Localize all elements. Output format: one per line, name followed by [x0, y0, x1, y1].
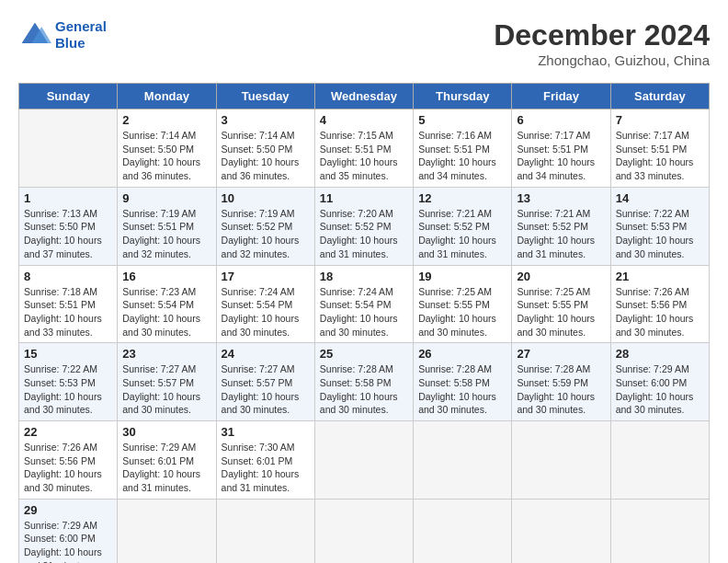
day-number: 22 [24, 425, 112, 439]
table-row: 30 Sunrise: 7:29 AM Sunset: 6:01 PM Dayl… [118, 421, 216, 500]
table-row: 4 Sunrise: 7:15 AM Sunset: 5:51 PM Dayli… [314, 109, 413, 188]
logo-icon [18, 18, 51, 52]
logo-blue: Blue [55, 35, 85, 51]
day-info: Sunrise: 7:17 AM Sunset: 5:51 PM Dayligh… [616, 129, 704, 183]
table-row [314, 499, 413, 563]
main-title: December 2024 [494, 18, 710, 52]
day-info: Sunrise: 7:29 AM Sunset: 6:00 PM Dayligh… [24, 519, 112, 563]
day-info: Sunrise: 7:26 AM Sunset: 5:56 PM Dayligh… [616, 285, 704, 339]
calendar-row: 2 Sunrise: 7:14 AM Sunset: 5:50 PM Dayli… [19, 109, 710, 188]
table-row: 28 Sunrise: 7:29 AM Sunset: 6:00 PM Dayl… [610, 343, 709, 421]
table-row: 1 Sunrise: 7:13 AM Sunset: 5:50 PM Dayli… [19, 187, 118, 265]
table-row: 11 Sunrise: 7:20 AM Sunset: 5:52 PM Dayl… [314, 187, 413, 265]
day-info: Sunrise: 7:24 AM Sunset: 5:54 PM Dayligh… [222, 285, 310, 339]
table-row: 26 Sunrise: 7:28 AM Sunset: 5:58 PM Dayl… [414, 343, 512, 421]
day-info: Sunrise: 7:14 AM Sunset: 5:50 PM Dayligh… [222, 129, 310, 183]
day-info: Sunrise: 7:15 AM Sunset: 5:51 PM Dayligh… [320, 129, 408, 183]
day-number: 5 [418, 113, 506, 127]
day-info: Sunrise: 7:29 AM Sunset: 6:01 PM Dayligh… [122, 441, 210, 495]
table-row: 6 Sunrise: 7:17 AM Sunset: 5:51 PM Dayli… [512, 109, 610, 188]
day-info: Sunrise: 7:13 AM Sunset: 5:50 PM Dayligh… [24, 207, 112, 261]
table-row [610, 421, 709, 500]
day-number: 11 [320, 191, 408, 205]
table-row [216, 499, 314, 563]
day-info: Sunrise: 7:20 AM Sunset: 5:52 PM Dayligh… [320, 207, 408, 261]
table-row [19, 109, 118, 188]
day-number: 7 [616, 113, 704, 127]
table-row: 27 Sunrise: 7:28 AM Sunset: 5:59 PM Dayl… [512, 343, 610, 421]
table-row: 17 Sunrise: 7:24 AM Sunset: 5:54 PM Dayl… [216, 265, 314, 343]
day-number: 25 [320, 347, 408, 361]
subtitle: Zhongchao, Guizhou, China [494, 52, 710, 68]
day-info: Sunrise: 7:24 AM Sunset: 5:54 PM Dayligh… [320, 285, 408, 339]
day-number: 30 [122, 425, 210, 439]
day-number: 9 [122, 191, 210, 205]
day-info: Sunrise: 7:25 AM Sunset: 5:55 PM Dayligh… [517, 285, 605, 339]
table-row: 16 Sunrise: 7:23 AM Sunset: 5:54 PM Dayl… [118, 265, 216, 343]
day-info: Sunrise: 7:28 AM Sunset: 5:59 PM Dayligh… [517, 362, 605, 417]
header-monday: Monday [118, 84, 216, 109]
table-row: 12 Sunrise: 7:21 AM Sunset: 5:52 PM Dayl… [414, 187, 512, 265]
header-wednesday: Wednesday [314, 84, 413, 109]
logo-text: General Blue [55, 18, 107, 52]
day-info: Sunrise: 7:25 AM Sunset: 5:55 PM Dayligh… [418, 285, 506, 339]
day-info: Sunrise: 7:16 AM Sunset: 5:51 PM Dayligh… [418, 129, 506, 183]
day-number: 18 [320, 270, 408, 283]
day-info: Sunrise: 7:29 AM Sunset: 6:00 PM Dayligh… [616, 362, 704, 417]
day-info: Sunrise: 7:22 AM Sunset: 5:53 PM Dayligh… [24, 362, 112, 417]
table-row: 14 Sunrise: 7:22 AM Sunset: 5:53 PM Dayl… [610, 187, 709, 265]
day-info: Sunrise: 7:28 AM Sunset: 5:58 PM Dayligh… [418, 362, 506, 417]
day-info: Sunrise: 7:21 AM Sunset: 5:52 PM Dayligh… [517, 207, 605, 261]
day-number: 8 [24, 270, 112, 283]
day-number: 20 [517, 270, 605, 283]
table-row: 21 Sunrise: 7:26 AM Sunset: 5:56 PM Dayl… [610, 265, 709, 343]
day-info: Sunrise: 7:28 AM Sunset: 5:58 PM Dayligh… [320, 362, 408, 417]
table-row [118, 499, 216, 563]
table-row [314, 421, 413, 500]
table-row: 19 Sunrise: 7:25 AM Sunset: 5:55 PM Dayl… [414, 265, 512, 343]
day-info: Sunrise: 7:22 AM Sunset: 5:53 PM Dayligh… [616, 207, 704, 261]
calendar-row: 1 Sunrise: 7:13 AM Sunset: 5:50 PM Dayli… [19, 187, 710, 265]
calendar-row: 15 Sunrise: 7:22 AM Sunset: 5:53 PM Dayl… [19, 343, 710, 421]
header-thursday: Thursday [414, 84, 512, 109]
day-number: 15 [24, 347, 112, 361]
calendar-row: 8 Sunrise: 7:18 AM Sunset: 5:51 PM Dayli… [19, 265, 710, 343]
day-number: 21 [616, 270, 704, 283]
table-row: 13 Sunrise: 7:21 AM Sunset: 5:52 PM Dayl… [512, 187, 610, 265]
page-header: General Blue December 2024 Zhongchao, Gu… [18, 18, 710, 68]
table-row: 3 Sunrise: 7:14 AM Sunset: 5:50 PM Dayli… [216, 109, 314, 188]
day-info: Sunrise: 7:14 AM Sunset: 5:50 PM Dayligh… [122, 129, 210, 183]
day-number: 29 [24, 503, 112, 517]
day-info: Sunrise: 7:27 AM Sunset: 5:57 PM Dayligh… [222, 362, 310, 417]
day-number: 3 [222, 113, 310, 127]
table-row: 8 Sunrise: 7:18 AM Sunset: 5:51 PM Dayli… [19, 265, 118, 343]
day-number: 2 [122, 113, 210, 127]
table-row: 9 Sunrise: 7:19 AM Sunset: 5:51 PM Dayli… [118, 187, 216, 265]
day-number: 13 [517, 191, 605, 205]
calendar-header-row: Sunday Monday Tuesday Wednesday Thursday… [19, 84, 710, 109]
table-row [610, 499, 709, 563]
day-number: 17 [222, 270, 310, 283]
table-row [414, 499, 512, 563]
table-row: 10 Sunrise: 7:19 AM Sunset: 5:52 PM Dayl… [216, 187, 314, 265]
table-row: 15 Sunrise: 7:22 AM Sunset: 5:53 PM Dayl… [19, 343, 118, 421]
logo-general: General [55, 18, 107, 34]
table-row: 23 Sunrise: 7:27 AM Sunset: 5:57 PM Dayl… [118, 343, 216, 421]
header-tuesday: Tuesday [216, 84, 314, 109]
table-row [512, 421, 610, 500]
day-info: Sunrise: 7:19 AM Sunset: 5:52 PM Dayligh… [222, 207, 310, 261]
day-number: 10 [222, 191, 310, 205]
day-info: Sunrise: 7:18 AM Sunset: 5:51 PM Dayligh… [24, 285, 112, 339]
table-row: 5 Sunrise: 7:16 AM Sunset: 5:51 PM Dayli… [414, 109, 512, 188]
day-number: 16 [122, 270, 210, 283]
table-row: 29 Sunrise: 7:29 AM Sunset: 6:00 PM Dayl… [19, 499, 118, 563]
calendar-table: Sunday Monday Tuesday Wednesday Thursday… [18, 83, 710, 563]
table-row [414, 421, 512, 500]
table-row: 24 Sunrise: 7:27 AM Sunset: 5:57 PM Dayl… [216, 343, 314, 421]
day-info: Sunrise: 7:26 AM Sunset: 5:56 PM Dayligh… [24, 441, 112, 495]
day-info: Sunrise: 7:19 AM Sunset: 5:51 PM Dayligh… [122, 207, 210, 261]
header-sunday: Sunday [19, 84, 118, 109]
day-number: 28 [616, 347, 704, 361]
table-row: 18 Sunrise: 7:24 AM Sunset: 5:54 PM Dayl… [314, 265, 413, 343]
day-info: Sunrise: 7:27 AM Sunset: 5:57 PM Dayligh… [122, 362, 210, 417]
